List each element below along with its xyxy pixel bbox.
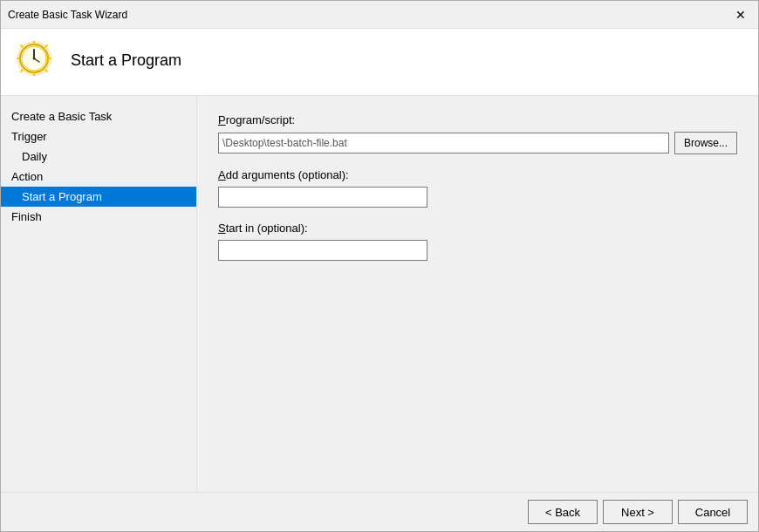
cancel-button[interactable]: Cancel <box>678 500 748 524</box>
sidebar-item-daily[interactable]: Daily <box>1 147 196 167</box>
sidebar-item-finish[interactable]: Finish <box>1 207 196 227</box>
dialog-title: Create Basic Task Wizard <box>8 9 127 21</box>
header-section: Start a Program <box>1 29 758 96</box>
sidebar-item-trigger[interactable]: Trigger <box>1 126 196 147</box>
page-title: Start a Program <box>71 51 181 70</box>
next-button[interactable]: Next > <box>603 500 673 524</box>
program-script-label: Program/script: <box>218 113 737 126</box>
start-in-label: Start in (optional): <box>218 222 737 235</box>
start-in-group: Start in (optional): <box>218 222 737 261</box>
header-icon-container <box>15 39 57 81</box>
main-content: Program/script: Browse... Add arguments … <box>197 96 758 492</box>
add-arguments-group: Add arguments (optional): <box>218 168 737 208</box>
start-in-input[interactable] <box>218 240 427 261</box>
svg-point-5 <box>33 58 36 60</box>
program-script-row: Browse... <box>218 132 737 154</box>
browse-button[interactable]: Browse... <box>674 132 737 154</box>
title-bar: Create Basic Task Wizard ✕ <box>1 1 758 29</box>
sidebar-item-create-basic-task[interactable]: Create a Basic Task <box>1 106 196 126</box>
sidebar: Create a Basic Task Trigger Daily Action… <box>1 96 197 492</box>
clock-icon <box>15 39 53 78</box>
content-area: Create a Basic Task Trigger Daily Action… <box>1 96 758 492</box>
footer: < Back Next > Cancel <box>1 492 758 531</box>
add-arguments-label: Add arguments (optional): <box>218 168 737 181</box>
back-button[interactable]: < Back <box>528 500 598 524</box>
sidebar-item-start-a-program[interactable]: Start a Program <box>1 187 196 207</box>
program-script-input[interactable] <box>218 133 669 153</box>
program-script-group: Program/script: Browse... <box>218 113 737 154</box>
dialog-window: Create Basic Task Wizard ✕ <box>0 0 759 532</box>
close-button[interactable]: ✕ <box>730 4 751 25</box>
sidebar-item-action[interactable]: Action <box>1 167 196 187</box>
add-arguments-input[interactable] <box>218 187 427 208</box>
